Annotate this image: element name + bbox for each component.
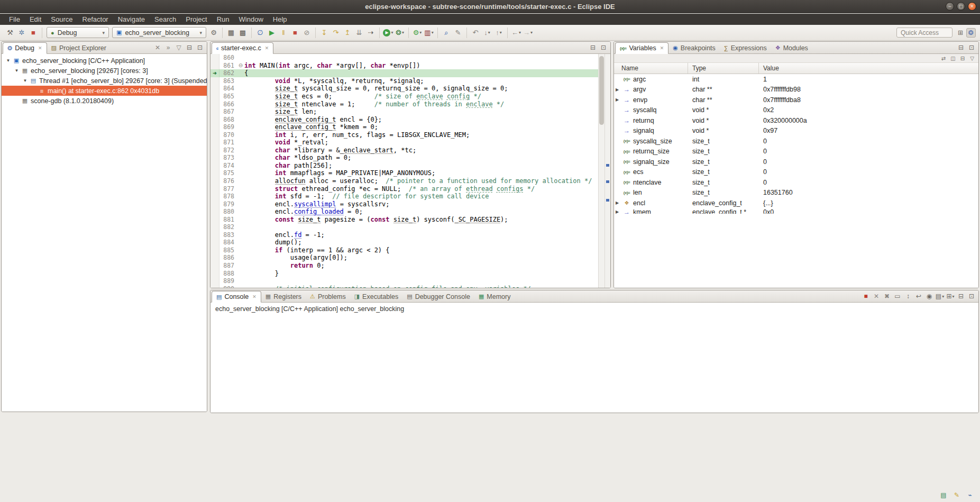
variable-row[interactable]: ▶❖enclenclave_config_t{...} bbox=[614, 198, 978, 208]
tab-executables[interactable]: ◨Executables bbox=[350, 291, 403, 302]
code-line[interactable]: 864 size_t syscallq_size = 0, returnq_si… bbox=[210, 85, 598, 93]
debug-combo[interactable]: ●Debug▾ bbox=[47, 27, 109, 38]
gutter-cell[interactable] bbox=[210, 247, 219, 254]
gutter-cell[interactable] bbox=[210, 62, 219, 70]
close-button[interactable]: ✕ bbox=[968, 2, 976, 11]
code-line[interactable]: 879 encl.syscallimpl = syscallsrv; bbox=[210, 200, 598, 208]
remove-all-terminated-icon[interactable]: ✕ bbox=[153, 43, 162, 52]
variable-row[interactable]: ▶→envpchar **0x7fffffffdba8 bbox=[614, 95, 978, 105]
code-line[interactable]: 875 int mmapflags = MAP_PRIVATE|MAP_ANON… bbox=[210, 169, 598, 177]
code-line[interactable]: 882 bbox=[210, 223, 598, 231]
code-line[interactable]: 865 size_t ecs = 0; /* size of enclave c… bbox=[210, 93, 598, 101]
variable-row[interactable]: (x)=ntenclavesize_t0 bbox=[614, 177, 978, 188]
maximize-panel-icon[interactable]: ⊡ bbox=[967, 291, 976, 301]
terminate-debug-icon[interactable]: ■ bbox=[289, 26, 301, 39]
step-into-icon[interactable]: ↧ bbox=[318, 26, 330, 39]
gutter-cell[interactable] bbox=[210, 100, 219, 108]
save-all-icon[interactable]: ▩ bbox=[237, 26, 249, 39]
code-line[interactable]: 867 size_t len; bbox=[210, 108, 598, 116]
variable-row[interactable]: (x)=returnq_sizesize_t0 bbox=[614, 147, 978, 157]
word-wrap-icon[interactable]: ↩ bbox=[914, 291, 923, 301]
gutter-cell[interactable] bbox=[210, 169, 219, 177]
search-icon[interactable]: ⌕ bbox=[441, 26, 452, 39]
toolbar-overflow-icon[interactable]: » bbox=[163, 43, 173, 52]
code-line[interactable]: 873 char *ldso_path = 0; bbox=[210, 154, 598, 162]
variable-row[interactable]: →returnqvoid *0x320000000a bbox=[614, 115, 978, 126]
close-icon[interactable]: ✕ bbox=[252, 294, 257, 299]
tab-debugger-console[interactable]: ▤Debugger Console bbox=[402, 291, 474, 302]
resume-icon[interactable]: ▶ bbox=[266, 26, 278, 39]
debug-tree-row[interactable]: ≡main() at starter-exec.c:862 0x4031db bbox=[2, 86, 207, 96]
menu-edit[interactable]: Edit bbox=[25, 15, 46, 24]
launch-settings-gear-icon[interactable]: ⚙ bbox=[208, 26, 219, 39]
gutter-cell[interactable] bbox=[210, 223, 219, 231]
close-icon[interactable]: ✕ bbox=[38, 45, 42, 51]
gutter-cell[interactable] bbox=[210, 215, 219, 223]
close-icon[interactable]: ✕ bbox=[660, 45, 664, 51]
code-line[interactable]: 887 return 0; bbox=[210, 262, 598, 270]
debug-tree-row[interactable]: ▼▤Thread #1 [echo_server_blo] 29267 [cor… bbox=[2, 76, 207, 86]
column-header-value[interactable]: Value bbox=[759, 63, 978, 74]
code-editor[interactable]: 860861⊖int MAIN(int argc, char *argv[], … bbox=[210, 54, 610, 288]
code-line[interactable]: 869 enclave_config_t *kmem = 0; bbox=[210, 123, 598, 131]
gutter-cell[interactable] bbox=[210, 131, 219, 139]
minimize-panel-icon[interactable]: ⊟ bbox=[185, 43, 194, 52]
gutter-cell[interactable] bbox=[210, 193, 219, 200]
debug-icon[interactable]: ❂▾ bbox=[394, 26, 406, 39]
collapse-all-icon[interactable]: ⊟ bbox=[958, 54, 967, 62]
code-line[interactable]: 886 usage(argv[0]); bbox=[210, 254, 598, 262]
menu-source[interactable]: Source bbox=[46, 15, 77, 24]
back-icon[interactable]: ←▾ bbox=[510, 26, 522, 39]
forward-icon[interactable]: →▾ bbox=[522, 26, 534, 39]
expander-icon[interactable]: ▶ bbox=[614, 87, 620, 92]
scrollbar-thumb[interactable] bbox=[599, 56, 604, 125]
code-line[interactable]: 861⊖int MAIN(int argc, char *argv[], cha… bbox=[210, 62, 598, 70]
expander-icon[interactable]: ▶ bbox=[614, 200, 620, 205]
gutter-cell[interactable] bbox=[210, 77, 219, 85]
gutter-cell[interactable] bbox=[210, 54, 219, 62]
gutter-cell[interactable] bbox=[210, 154, 219, 162]
status-pencil-icon[interactable]: ✎ bbox=[952, 490, 961, 500]
column-header-name[interactable]: Name bbox=[614, 63, 688, 74]
next-annotation-icon[interactable]: ↓▾ bbox=[481, 26, 493, 39]
tab-breakpoints[interactable]: ◉Breakpoints bbox=[668, 42, 720, 53]
gutter-cell[interactable] bbox=[210, 231, 219, 239]
tab-project-explorer[interactable]: ▨Project Explorer bbox=[47, 42, 111, 53]
instruction-pointer-icon[interactable]: ➜ bbox=[210, 69, 219, 77]
gutter-cell[interactable] bbox=[210, 185, 219, 193]
tab-registers[interactable]: ▦Registers bbox=[261, 291, 306, 302]
gutter-cell[interactable] bbox=[210, 93, 219, 101]
minimize-panel-icon[interactable]: ⊟ bbox=[956, 43, 966, 52]
variable-row[interactable]: (x)=argcint1 bbox=[614, 74, 978, 85]
gutter-cell[interactable] bbox=[210, 262, 219, 270]
gutter-cell[interactable] bbox=[210, 200, 219, 208]
minimize-panel-icon[interactable]: ⊟ bbox=[956, 291, 966, 301]
variable-row[interactable]: (x)=ecssize_t0 bbox=[614, 167, 978, 178]
debug-perspective-icon[interactable]: ❂ bbox=[966, 28, 976, 38]
editor-scrollbar[interactable] bbox=[598, 54, 605, 288]
variable-row[interactable]: (x)=lensize_t16351760 bbox=[614, 188, 978, 198]
tab-modules[interactable]: ❖Modules bbox=[771, 42, 812, 53]
tab-debug[interactable]: ❂Debug✕ bbox=[3, 42, 47, 54]
variable-row[interactable]: (x)=syscallq_sizesize_t0 bbox=[614, 136, 978, 147]
terminate-icon[interactable]: ■ bbox=[28, 26, 39, 39]
fold-collapse-icon[interactable]: ⊖ bbox=[237, 62, 244, 68]
minimize-panel-icon[interactable]: ⊟ bbox=[588, 43, 598, 52]
show-logical-structures-icon[interactable]: ◫ bbox=[949, 54, 957, 62]
gutter-cell[interactable] bbox=[210, 162, 219, 170]
close-icon[interactable]: ✕ bbox=[265, 45, 269, 51]
remove-launch-icon[interactable]: ✕ bbox=[872, 291, 881, 301]
debug-tree-row[interactable]: ▦scone-gdb (8.1.0.20180409) bbox=[2, 96, 207, 106]
expander-icon[interactable]: ▶ bbox=[614, 209, 620, 214]
gutter-cell[interactable] bbox=[210, 285, 219, 288]
code-line[interactable]: 888 } bbox=[210, 269, 598, 277]
view-menu-icon[interactable]: ▽ bbox=[968, 54, 976, 62]
menu-refactor[interactable]: Refactor bbox=[78, 15, 113, 24]
code-line[interactable]: 876 allocfun alloc = useralloc; /* point… bbox=[210, 177, 598, 185]
new-wizard-icon[interactable]: ✲ bbox=[16, 26, 28, 39]
tab-variables[interactable]: (x)=Variables✕ bbox=[615, 42, 668, 54]
show-type-names-icon[interactable]: ⇄ bbox=[939, 54, 948, 62]
variable-row[interactable]: →syscallqvoid *0x2 bbox=[614, 105, 978, 116]
maximize-panel-icon[interactable]: ⊡ bbox=[599, 43, 608, 52]
drop-to-frame-icon[interactable]: ⇊ bbox=[353, 26, 365, 39]
